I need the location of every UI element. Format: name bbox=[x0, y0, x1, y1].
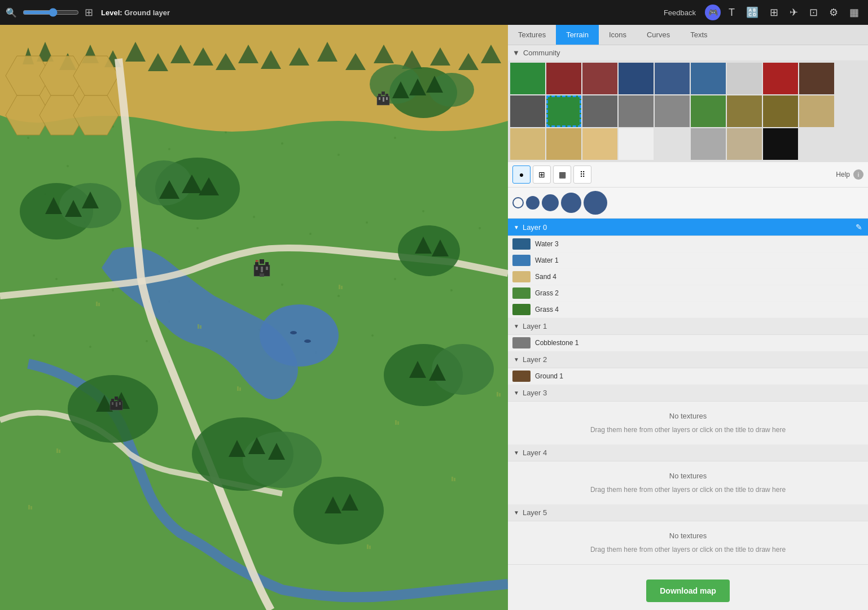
info-icon[interactable]: i bbox=[853, 169, 863, 180]
search-icon[interactable]: 🔍 bbox=[6, 7, 17, 18]
discord-icon[interactable]: 🎮 bbox=[705, 5, 721, 20]
texture-cell[interactable] bbox=[510, 95, 545, 127]
texture-sand4[interactable]: Sand 4 bbox=[508, 269, 868, 285]
text-tool-button[interactable]: T bbox=[725, 5, 738, 21]
brush-size-3[interactable] bbox=[561, 193, 581, 213]
texture-cell[interactable] bbox=[655, 95, 690, 127]
layer-0-label: Layer 0 bbox=[523, 223, 547, 232]
brush-grid-tool[interactable]: ▦ bbox=[553, 165, 571, 184]
texture-cell[interactable] bbox=[655, 128, 690, 160]
panel-bottom: Download map bbox=[508, 564, 868, 610]
texture-cell[interactable] bbox=[619, 95, 654, 127]
grass2-label: Grass 2 bbox=[535, 289, 559, 297]
texture-ground1[interactable]: Ground 1 bbox=[508, 368, 868, 385]
layer-5-header[interactable]: ▼ Layer 5 bbox=[508, 504, 868, 521]
texture-grid bbox=[508, 60, 868, 162]
layer-scroll[interactable]: ▼ Layer 0 ✎ Water 3 Water 1 bbox=[508, 219, 868, 564]
texture-cell[interactable] bbox=[619, 63, 654, 94]
brush-dot-tool[interactable]: ⠿ bbox=[573, 165, 591, 184]
download-map-button[interactable]: Download map bbox=[646, 580, 730, 602]
texture-cell[interactable] bbox=[799, 95, 834, 127]
texture-cell[interactable] bbox=[546, 63, 581, 94]
layers-icon[interactable]: ⊞ bbox=[85, 6, 93, 19]
ground1-swatch bbox=[512, 371, 531, 382]
water3-label: Water 3 bbox=[535, 240, 559, 248]
texture-cell[interactable] bbox=[582, 95, 617, 127]
help-button[interactable]: Help bbox=[836, 171, 850, 178]
texture-cell[interactable] bbox=[727, 128, 762, 160]
svg-point-9 bbox=[394, 137, 396, 139]
texture-cell[interactable] bbox=[763, 128, 798, 160]
texture-cell[interactable] bbox=[799, 63, 834, 94]
settings-button[interactable]: ⚙ bbox=[826, 4, 841, 21]
texture-cell[interactable] bbox=[691, 63, 726, 94]
texture-cell[interactable] bbox=[763, 63, 798, 94]
svg-rect-98 bbox=[198, 324, 199, 329]
layer-0-header[interactable]: ▼ Layer 0 ✎ bbox=[508, 219, 868, 236]
svg-point-14 bbox=[309, 233, 312, 235]
grid-button[interactable]: ⊞ bbox=[766, 4, 782, 21]
texture-cell[interactable] bbox=[763, 95, 798, 127]
texture-cell[interactable] bbox=[582, 63, 617, 94]
no-textures-title-4: No textures bbox=[514, 470, 862, 482]
share-button[interactable]: ✈ bbox=[786, 4, 801, 21]
map-svg bbox=[0, 25, 508, 610]
brush-size-0[interactable] bbox=[512, 197, 524, 208]
level-value: Ground layer bbox=[124, 8, 170, 17]
feedback-button[interactable]: Feedback bbox=[659, 6, 700, 19]
texture-cell[interactable] bbox=[510, 128, 545, 160]
community-label: Community bbox=[523, 49, 560, 57]
svg-rect-101 bbox=[341, 286, 343, 289]
toolbar-right: Feedback 🎮 T 🔠 ⊞ ✈ ⊡ ⚙ ▦ bbox=[659, 4, 862, 21]
brush-square-tool[interactable]: ⊞ bbox=[533, 165, 551, 184]
layer-1-header[interactable]: ▼ Layer 1 bbox=[508, 318, 868, 335]
texture-cell[interactable] bbox=[691, 128, 726, 160]
brush-size-4[interactable] bbox=[584, 191, 607, 215]
tab-icons[interactable]: Icons bbox=[599, 25, 637, 45]
texture-cell[interactable] bbox=[546, 128, 581, 160]
panel-tabs: Textures Terrain Icons Curves Texts bbox=[508, 25, 868, 45]
zoom-slider[interactable] bbox=[23, 8, 79, 17]
layer-5-label: Layer 5 bbox=[523, 508, 547, 517]
texture-grass4[interactable]: Grass 4 bbox=[508, 302, 868, 318]
panel-button[interactable]: ▦ bbox=[846, 4, 862, 21]
texture-cell[interactable] bbox=[619, 128, 654, 160]
brush-size-1[interactable] bbox=[526, 196, 540, 210]
community-header[interactable]: ▼ Community bbox=[508, 45, 868, 60]
texture-cell[interactable] bbox=[727, 95, 762, 127]
svg-rect-119 bbox=[382, 91, 385, 95]
texture-cell[interactable] bbox=[655, 63, 690, 94]
texture-cell[interactable] bbox=[727, 63, 762, 94]
svg-point-23 bbox=[394, 278, 396, 280]
brush-size-2[interactable] bbox=[542, 194, 559, 211]
export-button[interactable]: ⊡ bbox=[806, 4, 821, 21]
layer-1-arrow: ▼ bbox=[514, 323, 519, 329]
layer-2-label: Layer 2 bbox=[523, 355, 547, 364]
svg-rect-137 bbox=[116, 402, 117, 407]
tab-curves[interactable]: Curves bbox=[637, 25, 680, 45]
layer-4-header[interactable]: ▼ Layer 4 bbox=[508, 445, 868, 461]
texture-cell-selected[interactable] bbox=[546, 95, 581, 127]
texture-cobblestone1[interactable]: Cobblestone 1 bbox=[508, 335, 868, 351]
sand4-swatch bbox=[512, 271, 531, 282]
texture-cell[interactable] bbox=[510, 63, 545, 94]
tab-terrain[interactable]: Terrain bbox=[556, 25, 599, 45]
texture-cell[interactable] bbox=[691, 95, 726, 127]
texture-grass2[interactable]: Grass 2 bbox=[508, 285, 868, 302]
svg-rect-104 bbox=[237, 386, 239, 391]
tab-texts[interactable]: Texts bbox=[680, 25, 717, 45]
texture-water1[interactable]: Water 1 bbox=[508, 252, 868, 269]
layer-0-edit[interactable]: ✎ bbox=[856, 223, 862, 232]
texture-cell[interactable] bbox=[582, 128, 617, 160]
brush-circle-tool[interactable]: ● bbox=[512, 165, 531, 184]
svg-point-90 bbox=[432, 344, 494, 395]
layer-3-header[interactable]: ▼ Layer 3 bbox=[508, 385, 868, 402]
svg-point-1 bbox=[27, 137, 29, 139]
font-button[interactable]: 🔠 bbox=[743, 4, 762, 21]
map-area[interactable] bbox=[0, 25, 508, 610]
water1-label: Water 1 bbox=[535, 256, 559, 264]
layer-2-header[interactable]: ▼ Layer 2 bbox=[508, 351, 868, 368]
tab-textures[interactable]: Textures bbox=[508, 25, 556, 45]
texture-water3[interactable]: Water 3 bbox=[508, 236, 868, 252]
layer-5-no-textures: No textures Drag them here from other la… bbox=[508, 521, 868, 564]
